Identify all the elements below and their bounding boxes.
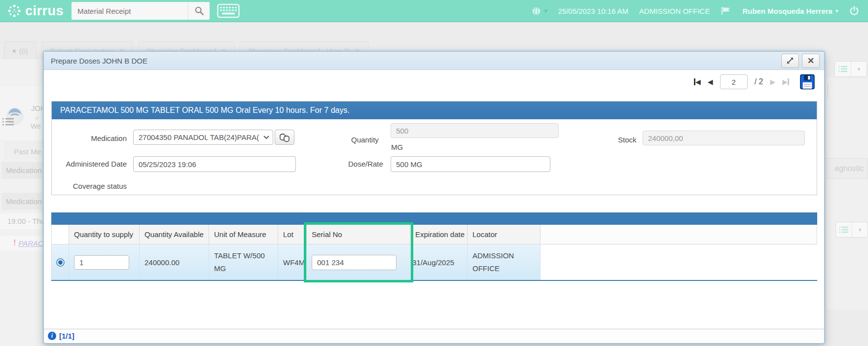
maximize-button[interactable]	[781, 54, 799, 68]
pills-icon	[279, 133, 290, 142]
column-header: Locator	[468, 225, 541, 244]
select-column-header	[51, 225, 69, 244]
header-datetime: 25/05/2023 10:16 AM	[558, 7, 628, 15]
record-count: [1/1]	[59, 332, 74, 340]
stock-input	[643, 131, 805, 145]
logo-text: cirrus	[25, 3, 64, 19]
dose-rate-input[interactable]	[391, 156, 550, 172]
medication-label: Medication	[62, 134, 127, 142]
table-row: 240000.00 TABLET W/500 MG WF4M 31/Aug/20…	[51, 244, 817, 280]
quantity-label: Quantity	[351, 136, 379, 144]
keyboard-icon	[217, 3, 240, 19]
dialog-titlebar: Prepare Doses JOHN B DOE ✕	[44, 52, 824, 70]
virtual-keyboard-button[interactable]	[217, 2, 240, 20]
column-header: Unit of Measure	[209, 225, 278, 244]
row-select-cell	[51, 244, 69, 280]
grid-header-bar	[51, 212, 817, 225]
first-page-button[interactable]: ◀	[694, 78, 701, 86]
dialog-footer: i [1/1]	[44, 329, 824, 342]
medication-select[interactable]: 27004350 PANADOL TAB(24)PARA(	[133, 130, 273, 145]
next-page-button[interactable]: ▶	[770, 78, 775, 86]
coverage-status-label: Coverage status	[62, 182, 127, 190]
lot-cell: WF4M	[278, 244, 307, 280]
search-icon	[194, 6, 204, 16]
column-header-filler	[541, 225, 817, 244]
dialog-title: Prepare Doses JOHN B DOE	[51, 57, 147, 65]
app-header: cirrus	[0, 0, 868, 22]
column-header: Quantity Available	[140, 225, 209, 244]
cirrus-dots-icon	[7, 3, 22, 18]
quantity-to-supply-cell	[69, 244, 140, 280]
save-icon	[800, 74, 815, 90]
close-icon: ✕	[807, 56, 814, 66]
save-button[interactable]	[800, 74, 815, 90]
order-section: PARACETAMOL 500 MG TABLET ORAL 500 MG Or…	[51, 101, 817, 195]
header-location: ADMISSION OFFICE	[639, 7, 710, 15]
flag-icon	[721, 6, 731, 15]
record-pager: ◀ ◀ / 2 ▶ ▶	[694, 73, 815, 90]
user-menu[interactable]: Ruben Mosqueda Herrera ▾	[742, 7, 838, 15]
quantity-available-cell: 240000.00	[140, 244, 209, 280]
last-page-button[interactable]: ▶	[782, 78, 789, 86]
previous-page-icon: ◀	[708, 78, 713, 86]
locator-cell: ADMISSION OFFICE	[468, 244, 541, 280]
app-logo: cirrus	[7, 3, 64, 19]
logout-button[interactable]	[849, 6, 859, 16]
global-search-input[interactable]	[72, 7, 188, 15]
column-header: Quantity to supply	[69, 225, 140, 244]
chevron-down-icon: ▾	[544, 7, 547, 14]
globe-icon	[532, 6, 541, 16]
page-total-label: / 2	[755, 77, 763, 86]
next-page-icon: ▶	[770, 78, 775, 86]
quantity-input	[391, 123, 559, 138]
previous-page-button[interactable]: ◀	[708, 78, 713, 86]
grid-bottom-border	[51, 280, 817, 281]
unit-of-measure-cell: TABLET W/500 MG	[209, 244, 278, 280]
administered-date-label: Administered Date	[57, 160, 127, 168]
user-name: Ruben Mosqueda Herrera	[742, 7, 832, 15]
info-icon: i	[48, 332, 56, 340]
medication-select-value: 27004350 PANADOL TAB(24)PARA(	[134, 133, 260, 141]
row-filler-cell	[541, 244, 817, 280]
first-page-icon: ◀	[695, 78, 701, 86]
chevron-down-icon: ▾	[835, 7, 838, 14]
last-page-icon: ▶	[782, 78, 788, 86]
quantity-to-supply-input[interactable]	[74, 255, 129, 270]
quantity-unit-label: MG	[391, 143, 403, 151]
supply-grid: Quantity to supply Quantity Available Un…	[51, 212, 817, 281]
dispense-lookup-button[interactable]	[275, 130, 294, 145]
search-button[interactable]	[188, 2, 210, 20]
expiration-date-cell: 31/Aug/2025	[410, 244, 468, 280]
column-header: Serial No	[307, 225, 410, 244]
page-number-input[interactable]	[720, 74, 748, 89]
serial-no-cell	[307, 244, 410, 280]
close-button[interactable]: ✕	[802, 54, 820, 68]
grid-header-row: Quantity to supply Quantity Available Un…	[51, 225, 817, 244]
maximize-icon	[786, 57, 794, 65]
order-header: PARACETAMOL 500 MG TABLET ORAL 500 MG Or…	[52, 102, 817, 119]
column-header: Lot	[278, 225, 307, 244]
language-selector[interactable]: ▾	[532, 6, 547, 16]
stock-label: Stock	[618, 136, 637, 144]
column-header: Expiration date	[410, 225, 468, 244]
dose-rate-label: Dose/Rate	[348, 160, 383, 168]
administered-date-input[interactable]	[133, 156, 296, 172]
row-radio-button[interactable]	[56, 258, 65, 267]
prepare-doses-dialog: Prepare Doses JOHN B DOE ✕ ◀ ◀ / 2 ▶ ▶	[43, 51, 825, 344]
serial-no-input[interactable]	[312, 255, 397, 270]
power-icon	[849, 6, 859, 16]
global-search	[72, 2, 210, 20]
chevron-down-icon	[260, 136, 273, 139]
